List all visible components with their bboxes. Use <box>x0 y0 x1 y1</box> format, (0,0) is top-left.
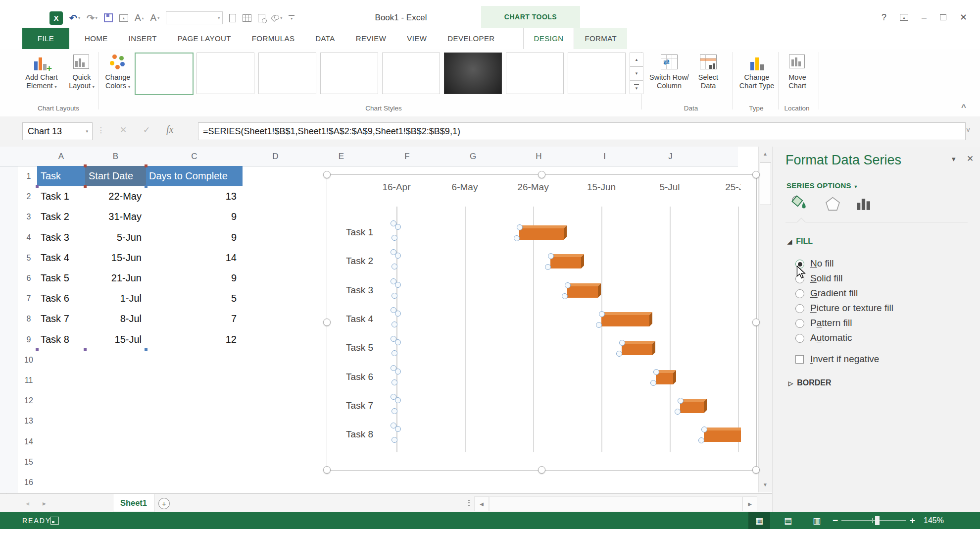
gantt-bar-task-7[interactable] <box>680 402 704 413</box>
category-range-A2-A9-handle[interactable] <box>36 185 39 188</box>
row-header-4[interactable]: 4 <box>20 227 37 248</box>
hidden-series-handle[interactable] <box>392 379 397 385</box>
column-header-D[interactable]: D <box>243 147 308 166</box>
row-header-11[interactable]: 11 <box>20 370 37 390</box>
cell-B4[interactable]: 5-Jun <box>85 227 146 248</box>
hidden-series-handle[interactable] <box>698 437 704 443</box>
macro-record-icon[interactable] <box>50 517 59 525</box>
hidden-series-handle[interactable] <box>678 398 684 404</box>
chart-style-thumbnail-4[interactable] <box>320 53 378 94</box>
row-header-2[interactable]: 2 <box>20 186 37 207</box>
add-chart-element-button[interactable]: +Add ChartElement ▾ <box>19 52 64 106</box>
values-range-B2-B9-handle[interactable] <box>145 185 147 188</box>
cell-C7[interactable]: 5 <box>146 288 243 309</box>
column-header-E[interactable]: E <box>308 147 374 166</box>
tab-file[interactable]: FILE <box>22 28 69 49</box>
cell-B1[interactable]: Start Date <box>85 166 146 186</box>
row-header-6[interactable]: 6 <box>20 268 37 288</box>
border-section-header[interactable]: ▷BORDER <box>788 378 832 387</box>
change-colors-button[interactable]: ChangeColors ▾ <box>100 52 136 106</box>
option-label-no-fill[interactable]: No fill <box>810 258 834 269</box>
cell-C1[interactable]: Days to Complete <box>146 166 243 186</box>
vscroll-down-icon[interactable]: ▼ <box>759 478 772 491</box>
formula-bar-expand-icon[interactable]: ˅ <box>966 126 970 134</box>
tab-format[interactable]: FORMAT <box>574 28 627 49</box>
cell-A9[interactable]: Task 8 <box>37 329 85 350</box>
cell-A5[interactable]: Task 4 <box>37 248 85 268</box>
hidden-series-handle[interactable] <box>616 351 622 357</box>
vscroll-up-icon[interactable]: ▲ <box>759 147 772 160</box>
gallery-more-icon[interactable]: ▾ <box>630 80 643 94</box>
tab-developer[interactable]: DEVELOPER <box>437 28 505 49</box>
column-header-C[interactable]: C <box>146 147 243 166</box>
series-name-range-B1-handle[interactable] <box>84 164 87 167</box>
row-header-5[interactable]: 5 <box>20 248 37 268</box>
hidden-series-handle[interactable] <box>514 235 520 241</box>
cell-A4[interactable]: Task 3 <box>37 227 85 248</box>
touch-mode-button[interactable]: ▴ <box>119 14 128 22</box>
save-button[interactable] <box>104 13 113 22</box>
excel-logo[interactable]: X <box>49 11 63 25</box>
gantt-bar-task-3[interactable] <box>567 286 598 298</box>
hidden-series-handle[interactable] <box>392 437 397 443</box>
checkbox-invert-if-negative[interactable] <box>795 355 804 364</box>
close-button[interactable]: ✕ <box>960 12 967 23</box>
gantt-bar-task-6[interactable] <box>656 373 673 384</box>
chart-style-thumbnail-6[interactable] <box>444 53 502 94</box>
radio-pattern-fill[interactable] <box>795 319 804 328</box>
print-preview-button[interactable] <box>258 14 265 22</box>
hidden-series-handle[interactable] <box>545 264 551 270</box>
gantt-bar-task-8[interactable] <box>704 430 741 442</box>
redo-button[interactable]: ↷▾ <box>87 12 98 24</box>
chart-selection-handle[interactable] <box>752 319 760 326</box>
gallery-scroll-up-icon[interactable]: ▴ <box>630 53 643 66</box>
effects-pentagon-icon[interactable] <box>825 196 840 214</box>
chart-selection-handle[interactable] <box>538 466 545 474</box>
chart-style-thumbnail-3[interactable] <box>258 53 316 94</box>
tab-home[interactable]: HOME <box>74 28 118 49</box>
hidden-series-handle[interactable] <box>395 426 401 432</box>
font-increase-button[interactable]: A▴ <box>135 12 144 23</box>
row-header-3[interactable]: 3 <box>20 207 37 227</box>
hidden-series-handle[interactable] <box>650 380 656 386</box>
cell-A7[interactable]: Task 6 <box>37 288 85 309</box>
quick-layout-button[interactable]: QuickLayout ▾ <box>65 52 98 106</box>
hidden-series-handle[interactable] <box>565 282 571 288</box>
restore-button[interactable] <box>940 14 946 20</box>
cell-A2[interactable]: Task 1 <box>37 186 85 207</box>
row-header-8[interactable]: 8 <box>20 309 37 329</box>
option-label-gradient-fill[interactable]: Gradient fill <box>810 288 858 299</box>
row-header-12[interactable]: 12 <box>20 390 37 411</box>
column-header-J[interactable]: J <box>637 147 703 166</box>
sheet-nav-left-icon[interactable]: ◂ <box>26 494 29 513</box>
hidden-series-handle[interactable] <box>701 427 707 432</box>
select-data-button[interactable]: SelectData <box>693 52 724 106</box>
chart-style-thumbnail-2[interactable] <box>196 53 254 94</box>
vscroll-thumb[interactable] <box>760 162 771 205</box>
hidden-series-handle[interactable] <box>395 224 401 230</box>
hidden-series-handle[interactable] <box>596 322 602 328</box>
move-chart-button[interactable]: MoveChart <box>782 52 813 106</box>
chart-selection-handle[interactable] <box>538 171 545 178</box>
hidden-series-handle[interactable] <box>395 253 401 259</box>
option-label-solid-fill[interactable]: Solid fill <box>810 273 843 284</box>
undo-button[interactable]: ↶▾ <box>69 12 80 24</box>
row-header-14[interactable]: 14 <box>20 431 37 452</box>
cell-A8[interactable]: Task 7 <box>37 309 85 329</box>
gantt-bar-task-1[interactable] <box>519 228 564 240</box>
attach-document-button[interactable] <box>229 14 236 22</box>
chart-style-thumbnail-5[interactable] <box>382 53 440 94</box>
cell-A1[interactable]: Task <box>37 166 85 186</box>
row-header-15[interactable]: 15 <box>20 452 37 472</box>
sheet-tab-sheet1[interactable]: Sheet1 <box>113 494 154 513</box>
cell-C5[interactable]: 14 <box>146 248 243 268</box>
row-header-7[interactable]: 7 <box>20 288 37 309</box>
hscroll-track[interactable] <box>489 496 742 511</box>
cell-C8[interactable]: 7 <box>146 309 243 329</box>
tab-formulas[interactable]: FORMULAS <box>242 28 305 49</box>
hidden-series-handle[interactable] <box>392 235 397 241</box>
tab-design[interactable]: DESIGN <box>523 28 575 50</box>
column-header-G[interactable]: G <box>440 147 506 166</box>
fill-bucket-icon[interactable] <box>789 194 808 213</box>
gantt-bar-task-5[interactable] <box>622 344 652 355</box>
